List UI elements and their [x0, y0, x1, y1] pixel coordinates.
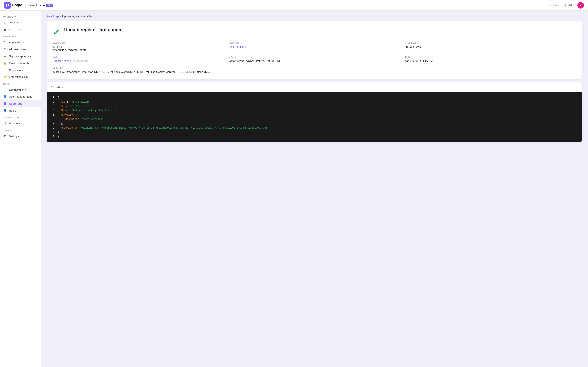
sidebar-item-label: User management: [9, 95, 32, 98]
user-id: useridsddsdsa: [73, 59, 88, 62]
sidebar-section-tenant: TENANT: [0, 127, 41, 133]
code-line: 3 "result": "Success",: [51, 104, 578, 109]
ip-address-field: IP address 45.93.31.255: [405, 42, 576, 51]
breadcrumb-current: Update register interaction: [62, 15, 93, 18]
sidebar-section-user: USER: [0, 80, 41, 86]
sidebar-item-label: API resources: [9, 48, 26, 51]
user-avatar-button[interactable]: Й: [577, 2, 584, 8]
mfa-icon: 🔒: [3, 61, 7, 65]
enterprise-sso-icon: 🔑: [3, 75, 7, 79]
main-content: Audit Logs / Update register interaction…: [41, 11, 588, 367]
logo-icon: [4, 2, 11, 8]
user-field: User Jackson Wong useridsddsdsa: [53, 55, 224, 62]
organizations-icon: ⬡: [3, 88, 7, 92]
user-agent-value: Mozilla/5.0 (Macintosh; Intel Mac OS X 1…: [53, 70, 576, 73]
sidebar-item-label: Dashboard: [9, 28, 22, 31]
log-id-value: UMatENw0rFWO5aGbMl8tY2Qol50eOg3: [229, 59, 400, 62]
event-details-grid: Event type Success Interaction.Register.…: [53, 42, 576, 73]
webhooks-icon: ⬡: [3, 122, 7, 125]
topbar-divider: [25, 3, 26, 8]
success-icon: ✔: [53, 27, 60, 37]
sidebar-item-label: Settings: [9, 135, 19, 138]
event-title: Update register interaction: [64, 27, 121, 33]
sidebar-item-settings[interactable]: ⚙ Settings: [0, 133, 41, 140]
time-value: 4/26/2023, 5:34:16 PM: [405, 59, 576, 62]
event-type-field: Event type Success Interaction.Register.…: [53, 42, 224, 51]
application-value[interactable]: Test Application: [229, 45, 400, 48]
sidebar-item-user-management[interactable]: 👤 User management: [0, 93, 41, 100]
sidebar-item-mfa[interactable]: 🔒 Multi-factor auth: [0, 59, 41, 67]
sidebar-item-label: Webhooks: [9, 122, 22, 125]
sidebar-item-get-started[interactable]: ▷ Get started: [0, 19, 41, 26]
application-field: Application Test Application: [229, 42, 400, 51]
sidebar-item-audit-logs[interactable]: ☰ Audit logs: [0, 100, 41, 107]
user-agent-field: User agent Mozilla/5.0 (Macintosh; Intel…: [53, 67, 576, 73]
sidebar-item-dashboard[interactable]: ▦ Dashboard: [0, 26, 41, 33]
chevron-down-icon: ▾: [54, 4, 56, 7]
sidebar-item-enterprise-sso[interactable]: 🔑 Enterprise SSO: [0, 73, 41, 80]
svg-rect-0: [4, 2, 11, 8]
breadcrumb: Audit Logs / Update register interaction: [47, 15, 582, 18]
tenant-badge: Dev: [46, 4, 53, 7]
raw-data-title: Raw data: [47, 82, 582, 92]
breadcrumb-parent[interactable]: Audit Logs: [47, 15, 59, 18]
code-line: 1{: [51, 96, 578, 100]
user-label: User: [53, 55, 224, 58]
topbar: Logto Tenant name Dev ▾ 📄 Docs ❓ Help Й: [0, 0, 588, 11]
main-layout: OVERVIEW ▷ Get started ▦ Dashboard RESOU…: [0, 11, 588, 367]
audit-logs-icon: ☰: [3, 102, 7, 105]
user-value: Jackson Wong useridsddsdsa: [53, 59, 224, 62]
help-button[interactable]: ❓ Help: [563, 4, 573, 7]
event-card: ✔ Update register interaction Event type…: [47, 21, 582, 79]
sidebar-section-automation: AUTOMATION: [0, 114, 41, 120]
sidebar-section-resource: RESOURCE: [0, 33, 41, 39]
time-field: Time 4/26/2023, 5:34:16 PM: [405, 55, 576, 62]
sidebar-item-label: Organizations: [9, 88, 26, 91]
docs-icon: 📄: [549, 4, 553, 7]
sidebar-item-label: Sign-in experience: [9, 55, 32, 58]
sidebar-item-organizations[interactable]: ⬡ Organizations: [0, 86, 41, 93]
sidebar-item-sign-in-experience[interactable]: ▤ Sign-in experience: [0, 53, 41, 59]
time-label: Time: [405, 55, 576, 58]
roles-icon: 👤: [3, 109, 7, 112]
event-header: ✔ Update register interaction: [53, 27, 576, 37]
get-started-icon: ▷: [3, 21, 7, 24]
raw-data-card: Raw data 1{ 2 "ip": "45.93.31.255", 3 "r…: [47, 82, 582, 142]
applications-icon: ⬡: [3, 40, 7, 44]
logo: Logto: [4, 2, 22, 8]
sidebar-item-label: Get started: [9, 21, 23, 24]
sidebar-item-label: Multi-factor auth: [9, 62, 29, 65]
tenant-selector[interactable]: Tenant name Dev ▾: [28, 4, 56, 7]
sidebar-item-label: Applications: [9, 41, 24, 44]
help-label: Help: [568, 4, 573, 7]
docs-button[interactable]: 📄 Docs: [549, 4, 560, 7]
application-label: Application: [229, 42, 400, 44]
code-line: 2 "ip": "45.93.31.255",: [51, 100, 578, 104]
sidebar-item-connectors[interactable]: ⬡ Connectors: [0, 67, 41, 73]
code-line: 7 },: [51, 122, 578, 126]
ip-address-value: 45.93.31.255: [405, 45, 576, 48]
tenant-name: Tenant name: [28, 4, 45, 7]
code-line: 10}: [51, 134, 578, 139]
sidebar-item-label: Audit logs: [9, 102, 22, 105]
sidebar-item-label: Connectors: [9, 68, 23, 72]
sidebar-item-webhooks[interactable]: ⬡ Webhooks: [0, 120, 41, 127]
sidebar: OVERVIEW ▷ Get started ▦ Dashboard RESOU…: [0, 11, 41, 367]
code-block: 1{ 2 "ip": "45.93.31.255", 3 "result": "…: [47, 92, 582, 142]
ip-address-label: IP address: [405, 42, 576, 44]
code-line: 6 "username": "testusername": [51, 117, 578, 122]
code-line: 8 "userAgent": "Mozilla/5.0 (Macintosh; …: [51, 126, 578, 130]
event-status: Success: [53, 45, 224, 48]
sidebar-item-label: Roles: [9, 109, 16, 112]
event-type-label: Event type: [53, 42, 224, 44]
sidebar-item-applications[interactable]: ⬡ Applications: [0, 39, 41, 46]
sidebar-section-overview: OVERVIEW: [0, 13, 41, 19]
code-line: 4 "key": "Interaction.Register.Update",: [51, 109, 578, 113]
settings-icon: ⚙: [3, 134, 7, 138]
user-agent-label: User agent: [53, 67, 576, 69]
sidebar-item-api-resources[interactable]: ⬡ API resources: [0, 46, 41, 53]
user-name-link[interactable]: Jackson Wong: [53, 59, 71, 62]
sidebar-item-roles[interactable]: 👤 Roles: [0, 107, 41, 114]
docs-label: Docs: [553, 4, 560, 7]
topbar-right: 📄 Docs ❓ Help Й: [549, 2, 584, 8]
